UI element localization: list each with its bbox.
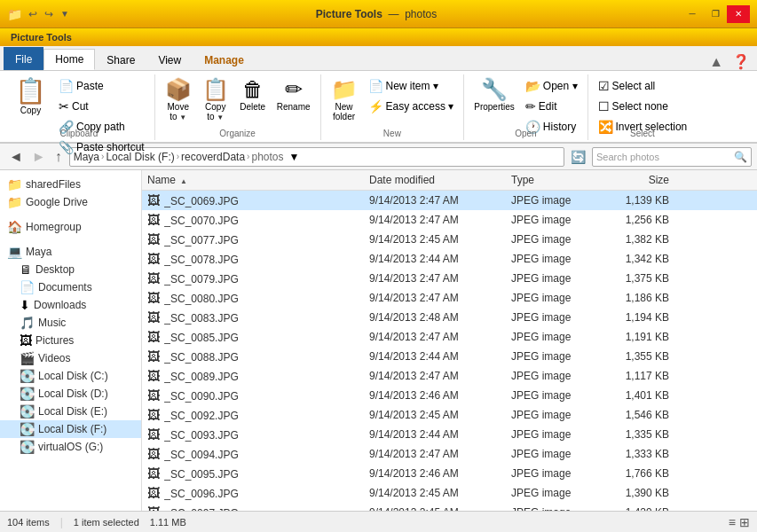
undo-btn[interactable]: ↩ (26, 7, 40, 21)
file-row[interactable]: 🖼 _SC_0083.JPG 9/14/2013 2:48 AM JPEG im… (142, 308, 757, 327)
delete-label: Delete (240, 102, 265, 112)
copy-button-large[interactable]: 📋 Copy (9, 76, 52, 118)
file-date-cell: 9/14/2013 2:48 AM (364, 309, 506, 325)
paste-button[interactable]: 📄 Paste (54, 76, 149, 96)
file-type-cell: JPEG image (506, 368, 603, 384)
sidebar-item-googledrive[interactable]: 📁 Google Drive (0, 193, 141, 211)
file-row[interactable]: 🖼 _SC_0089.JPG 9/14/2013 2:47 AM JPEG im… (142, 366, 757, 386)
list-view-button[interactable]: ≡ (729, 515, 736, 529)
file-size-cell: 1,342 KB (603, 251, 674, 267)
path-dropdown[interactable]: ▼ (288, 151, 299, 163)
move-to-button[interactable]: 📦 Moveto ▼ (161, 76, 196, 124)
sidebar-item-downloads[interactable]: ⬇ Downloads (0, 296, 141, 314)
file-name: _SC_0078.JPG (164, 254, 238, 266)
sidebar-item-desktop[interactable]: 🖥 Desktop (0, 261, 141, 278)
rename-button[interactable]: ✏ Rename (272, 76, 315, 114)
copy-to-label: Copyto ▼ (205, 102, 225, 121)
col-header-name[interactable]: Name ▲ (142, 172, 364, 188)
tab-file[interactable]: File (4, 47, 43, 70)
file-row[interactable]: 🖼 _SC_0069.JPG 9/14/2013 2:47 AM JPEG im… (142, 191, 757, 210)
close-button[interactable]: ✕ (727, 5, 750, 23)
file-row[interactable]: 🖼 _SC_0094.JPG 9/14/2013 2:47 AM JPEG im… (142, 444, 757, 464)
copy-to-button[interactable]: 📋 Copyto ▼ (198, 76, 233, 124)
file-row[interactable]: 🖼 _SC_0088.JPG 9/14/2013 2:44 AM JPEG im… (142, 347, 757, 366)
sidebar-item-videos[interactable]: 🎬 Videos (0, 349, 141, 367)
ribbon-group-clipboard: 📋 Copy 📄 Paste ✂ Cut 🔗 Copy path 📎 (4, 74, 155, 140)
edit-button[interactable]: ✏ Edit (521, 97, 582, 116)
sidebar-item-locale[interactable]: 💽 Local Disk (E:) (0, 403, 141, 420)
select-label: Select (630, 129, 655, 138)
file-type-cell: JPEG image (506, 446, 603, 462)
title-bar: 📁 ↩ ↪ ▼ Picture Tools — photos ─ ❐ ✕ (0, 0, 757, 28)
select-all-button[interactable]: ☑ Select all (594, 76, 692, 96)
select-none-button[interactable]: ☐ Select none (594, 97, 692, 116)
sidebar-item-locald[interactable]: 💽 Local Disk (D:) (0, 385, 141, 403)
sidebar-item-maya[interactable]: 💻 Maya (0, 243, 141, 261)
search-icon[interactable]: 🔍 (734, 151, 747, 163)
tab-view[interactable]: View (146, 49, 193, 70)
file-size-cell: 1,546 KB (603, 407, 674, 423)
cut-button[interactable]: ✂ Cut (54, 97, 149, 116)
ribbon-group-select: ☑ Select all ☐ Select none 🔀 Invert sele… (588, 74, 698, 140)
col-name-label: Name (147, 174, 176, 186)
sidebar-item-pictures[interactable]: 🖼 Pictures (0, 332, 141, 349)
file-list: 🖼 _SC_0069.JPG 9/14/2013 2:47 AM JPEG im… (142, 191, 757, 511)
desktop-icon: 🖥 (20, 262, 32, 277)
col-header-size[interactable]: Size (603, 172, 674, 188)
sidebar-item-localf[interactable]: 💽 Local Disk (F:) (0, 420, 141, 438)
file-size-cell: 1,766 KB (603, 466, 674, 481)
file-row[interactable]: 🖼 _SC_0079.JPG 9/14/2013 2:47 AM JPEG im… (142, 269, 757, 288)
cut-label: Cut (72, 100, 89, 113)
file-row[interactable]: 🖼 _SC_0070.JPG 9/14/2013 2:47 AM JPEG im… (142, 210, 757, 230)
minimize-button[interactable]: ─ (681, 5, 704, 23)
file-row[interactable]: 🖼 _SC_0090.JPG 9/14/2013 2:46 AM JPEG im… (142, 386, 757, 405)
search-box[interactable]: Search photos 🔍 (592, 147, 752, 167)
ribbon-collapse-btn[interactable]: ▲ (706, 54, 727, 70)
easy-access-button[interactable]: ⚡ Easy access ▾ (364, 97, 459, 116)
sidebar-item-music[interactable]: 🎵 Music (0, 314, 141, 332)
file-row[interactable]: 🖼 _SC_0096.JPG 9/14/2013 2:45 AM JPEG im… (142, 483, 757, 503)
file-name: _SC_0094.JPG (164, 449, 238, 461)
homegroup-label: Homegroup (26, 221, 82, 233)
restore-button[interactable]: ❐ (704, 5, 727, 23)
col-header-date[interactable]: Date modified (364, 172, 506, 188)
open-button[interactable]: 📂 Open ▾ (521, 76, 582, 96)
path-arrow-2: › (177, 152, 179, 161)
new-item-button[interactable]: 📄 New item ▾ (364, 76, 459, 96)
file-row[interactable]: 🖼 _SC_0093.JPG 9/14/2013 2:44 AM JPEG im… (142, 425, 757, 444)
file-row[interactable]: 🖼 _SC_0085.JPG 9/14/2013 2:47 AM JPEG im… (142, 327, 757, 347)
file-row[interactable]: 🖼 _SC_0092.JPG 9/14/2013 2:45 AM JPEG im… (142, 405, 757, 425)
file-type-cell: JPEG image (506, 309, 603, 325)
properties-button[interactable]: 🔧 Properties (469, 76, 519, 114)
file-row[interactable]: 🖼 _SC_0078.JPG 9/14/2013 2:44 AM JPEG im… (142, 249, 757, 269)
file-name-cell: 🖼 _SC_0079.JPG (142, 270, 364, 287)
documents-icon: 📄 (20, 280, 35, 294)
path-seg-photos[interactable]: photos (251, 151, 283, 163)
paste-shortcut-button[interactable]: 📎 Paste shortcut (54, 137, 149, 157)
ribbon-help-btn[interactable]: ❓ (729, 53, 753, 70)
qs-dropdown[interactable]: ▼ (58, 8, 72, 20)
sidebar-item-virtualos[interactable]: 💽 virtualOS (G:) (0, 438, 141, 456)
google-drive-label: Google Drive (26, 196, 88, 208)
refresh-button[interactable]: 🔄 (568, 150, 588, 164)
path-seg-recoverd[interactable]: recoverdData (181, 151, 245, 163)
sidebar-item-localc[interactable]: 💽 Local Disk (C:) (0, 367, 141, 385)
sidebar-item-sharedfiles[interactable]: 📁 sharedFiles (0, 176, 141, 193)
col-header-type[interactable]: Type (506, 172, 603, 188)
redo-btn[interactable]: ↪ (42, 7, 56, 21)
grid-view-button[interactable]: ⊞ (739, 515, 750, 529)
file-name: _SC_0080.JPG (164, 293, 238, 305)
sidebar-item-homegroup[interactable]: 🏠 Homegroup (0, 218, 141, 236)
delete-button[interactable]: 🗑 Delete (235, 76, 271, 114)
file-row[interactable]: 🖼 _SC_0097.JPG 9/14/2013 2:45 AM JPEG im… (142, 503, 757, 511)
sidebar-item-documents[interactable]: 📄 Documents (0, 278, 141, 296)
tab-home[interactable]: Home (43, 49, 95, 70)
select-col: ☑ Select all ☐ Select none 🔀 Invert sele… (594, 76, 692, 137)
tab-share[interactable]: Share (95, 49, 146, 70)
new-folder-button[interactable]: 📁 Newfolder (327, 76, 362, 124)
file-type-cell: JPEG image (506, 407, 603, 423)
tab-manage[interactable]: Manage (193, 49, 256, 70)
file-row[interactable]: 🖼 _SC_0095.JPG 9/14/2013 2:46 AM JPEG im… (142, 464, 757, 483)
file-row[interactable]: 🖼 _SC_0080.JPG 9/14/2013 2:47 AM JPEG im… (142, 288, 757, 308)
file-row[interactable]: 🖼 _SC_0077.JPG 9/14/2013 2:45 AM JPEG im… (142, 230, 757, 249)
